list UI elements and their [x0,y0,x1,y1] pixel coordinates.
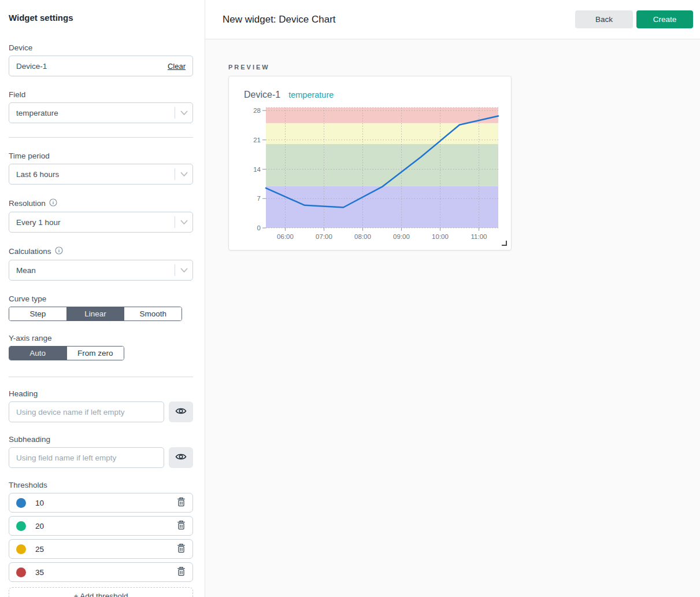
threshold-row[interactable]: 25 [9,539,193,559]
svg-text:06:00: 06:00 [277,233,294,240]
threshold-value: 35 [35,568,176,577]
delete-threshold-button[interactable] [176,565,187,579]
device-value: Device-1 [16,62,168,71]
trash-icon [177,543,186,555]
preview-card-subtitle: temperature [288,90,334,100]
calculations-select[interactable]: Mean [9,260,193,281]
sidebar-title: Widget settings [9,13,193,23]
threshold-row[interactable]: 10 [9,493,193,513]
threshold-color-dot[interactable] [16,498,26,508]
main-content: PREVIEW Device-1 temperature 0714212806:… [205,39,700,597]
add-threshold-button[interactable]: + Add threshold [9,587,193,597]
threshold-row[interactable]: 35 [9,562,193,582]
y-axis-option-from-zero[interactable]: From zero [66,347,124,360]
device-label: Device [9,43,193,52]
y-axis-option-auto[interactable]: Auto [9,347,66,360]
resolution-label: Resolution i [9,198,193,208]
preview-card-title: Device-1 [244,90,280,100]
svg-text:7: 7 [257,195,261,202]
create-button[interactable]: Create [636,10,693,28]
main-area: New widget: Device Chart Back Create PRE… [205,0,700,597]
subheading-visibility-button[interactable] [169,447,193,468]
svg-text:07:00: 07:00 [316,233,332,240]
threshold-color-dot[interactable] [16,567,26,577]
threshold-list: 10202535 [9,493,193,582]
device-chart: 0714212806:0007:0008:0009:0010:0011:00 [243,104,497,245]
delete-threshold-button[interactable] [176,542,187,556]
svg-text:08:00: 08:00 [354,233,371,240]
resolution-value: Every 1 hour [16,218,175,227]
curve-type-option-linear[interactable]: Linear [66,307,124,320]
time-period-label: Time period [9,152,193,160]
delete-threshold-button[interactable] [176,519,187,533]
device-field[interactable]: Device-1 Clear [9,56,193,76]
section-divider [9,377,193,377]
field-label: Field [9,90,193,99]
time-period-value: Last 6 hours [16,170,175,179]
chevron-down-icon [180,266,188,275]
threshold-value: 25 [35,545,176,554]
back-button[interactable]: Back [575,10,633,28]
y-axis-range-label: Y-axis range [9,334,193,342]
subheading-label: Subheading [9,435,193,444]
svg-text:09:00: 09:00 [393,233,410,240]
calculations-value: Mean [16,266,175,275]
curve-type-option-smooth[interactable]: Smooth [124,307,182,320]
svg-text:0: 0 [257,224,261,231]
chevron-down-icon [180,218,188,227]
resize-handle-icon[interactable] [502,241,507,246]
threshold-value: 20 [35,522,176,530]
field-value: temperature [16,109,175,117]
calculations-label: Calculations i [9,246,193,256]
resolution-select[interactable]: Every 1 hour [9,212,193,233]
heading-input[interactable] [9,401,164,422]
threshold-value: 10 [35,499,176,507]
preview-section-label: PREVIEW [228,64,700,71]
svg-text:i: i [58,248,60,253]
widget-settings-sidebar: Widget settings Device Device-1 Clear Fi… [0,0,205,597]
curve-type-segmented-control: Step Linear Smooth [9,307,182,321]
trash-icon [177,520,186,532]
svg-text:21: 21 [253,137,261,143]
field-select[interactable]: temperature [9,102,193,123]
eye-icon [175,452,187,463]
page-header: New widget: Device Chart Back Create [205,0,700,39]
trash-icon [177,566,186,578]
curve-type-label: Curve type [9,294,193,303]
info-icon[interactable]: i [55,246,63,256]
info-icon[interactable]: i [49,198,57,208]
heading-label: Heading [9,389,193,398]
widget-preview-card: Device-1 temperature 0714212806:0007:000… [228,76,512,250]
y-axis-range-segmented-control: Auto From zero [9,346,124,360]
svg-text:i: i [53,200,54,205]
time-period-select[interactable]: Last 6 hours [9,164,193,185]
eye-icon [175,407,187,417]
clear-device-link[interactable]: Clear [168,62,186,71]
heading-visibility-button[interactable] [169,401,193,422]
svg-text:11:00: 11:00 [471,233,487,240]
chevron-down-icon [180,170,188,179]
svg-text:10:00: 10:00 [432,233,449,240]
section-divider [9,137,193,138]
subheading-input[interactable] [9,447,164,468]
threshold-row[interactable]: 20 [9,516,193,536]
trash-icon [177,497,186,508]
curve-type-option-step[interactable]: Step [9,307,66,320]
delete-threshold-button[interactable] [176,496,187,510]
svg-text:14: 14 [253,166,261,173]
svg-text:28: 28 [253,107,261,114]
page-title: New widget: Device Chart [223,14,575,25]
chevron-down-icon [180,109,188,117]
line-chart-svg: 0714212806:0007:0008:0009:0010:0011:00 [243,104,499,243]
threshold-color-dot[interactable] [16,544,26,554]
thresholds-label: Thresholds [9,481,193,489]
threshold-color-dot[interactable] [16,521,26,531]
